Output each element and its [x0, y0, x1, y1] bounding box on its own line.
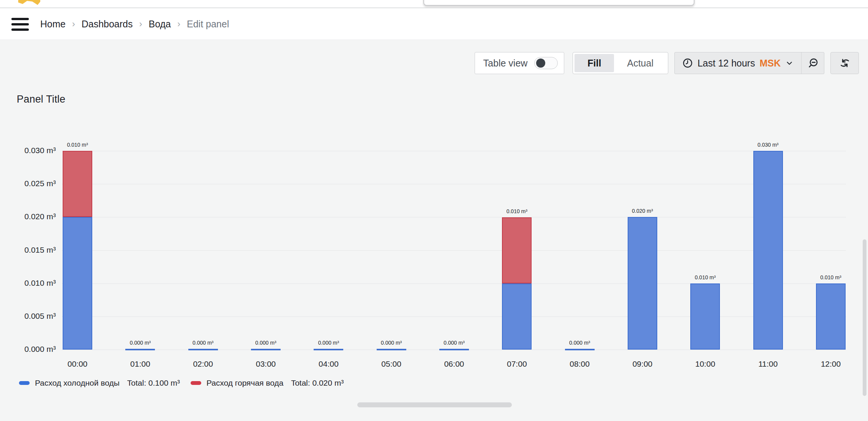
- bar-value-label: 0.000 m³: [318, 340, 339, 346]
- x-axis-tick-label: 12:00: [821, 359, 841, 369]
- clock-icon: [682, 58, 693, 68]
- table-view-control: Table view: [475, 52, 565, 74]
- chart-legend: Расход холодной воды Total: 0.100 m³ Рас…: [19, 378, 344, 388]
- legend-swatch-hot-water[interactable]: [191, 381, 201, 385]
- y-axis-tick-label: 0.010 m³: [6, 279, 56, 288]
- chevron-right-icon: ›: [139, 19, 142, 29]
- bar-value-label: 0.000 m³: [193, 340, 213, 346]
- y-axis-tick-label: 0.030 m³: [6, 146, 56, 155]
- table-view-toggle[interactable]: [534, 57, 558, 69]
- bar-value-label: 0.000 m³: [443, 340, 464, 346]
- gridline: [62, 184, 846, 184]
- bar-hot-water[interactable]: [502, 217, 532, 283]
- y-axis-tick-label: 0.000 m³: [6, 345, 56, 354]
- bar-cold-water-zero[interactable]: [251, 349, 281, 350]
- x-axis-tick-label: 04:00: [319, 359, 339, 369]
- bar-value-label: 0.020 m³: [632, 208, 653, 214]
- bar-value-label: 0.010 m³: [820, 274, 841, 280]
- bar-cold-water[interactable]: [753, 151, 783, 350]
- panel-title: Panel Title: [17, 93, 65, 105]
- x-axis-tick-label: 08:00: [570, 359, 590, 369]
- x-axis-tick-label: 01:00: [130, 359, 150, 369]
- time-range-label: Last 12 hours: [698, 58, 755, 69]
- bar-value-label: 0.000 m³: [569, 340, 590, 346]
- bar-cold-water-zero[interactable]: [125, 349, 155, 350]
- breadcrumb-dashboard-voda[interactable]: Вода: [149, 19, 171, 30]
- bar-cold-water-zero[interactable]: [188, 349, 218, 350]
- fill-actual-segmented: Fill Actual: [573, 52, 668, 74]
- bar-cold-water-zero[interactable]: [314, 349, 343, 350]
- bar-cold-water-zero[interactable]: [565, 349, 595, 350]
- bar-value-label: 0.010 m³: [67, 142, 88, 148]
- gridline: [62, 250, 846, 251]
- chevron-right-icon: ›: [72, 19, 75, 29]
- x-axis-tick-label: 03:00: [256, 359, 276, 369]
- menu-toggle-button[interactable]: [11, 18, 29, 31]
- chevron-right-icon: ›: [177, 19, 180, 29]
- bar-cold-water-zero[interactable]: [439, 349, 469, 350]
- x-axis-tick-label: 09:00: [633, 359, 653, 369]
- gridline: [62, 151, 846, 151]
- breadcrumb-home[interactable]: Home: [40, 19, 66, 30]
- hamburger-icon: [11, 18, 29, 20]
- bar-value-label: 0.000 m³: [255, 340, 276, 346]
- bar-value-label: 0.010 m³: [695, 274, 716, 280]
- search-bar[interactable]: [423, 0, 694, 6]
- horizontal-scrollbar[interactable]: [357, 402, 512, 407]
- y-axis-tick-label: 0.005 m³: [6, 312, 56, 321]
- vertical-scrollbar[interactable]: [863, 239, 866, 396]
- legend-swatch-cold-water[interactable]: [19, 381, 30, 385]
- legend-label-cold-water[interactable]: Расход холодной воды: [35, 378, 120, 388]
- x-axis-tick-label: 11:00: [758, 359, 778, 369]
- table-view-label: Table view: [483, 58, 528, 69]
- breadcrumb-edit-panel: Edit panel: [187, 19, 229, 30]
- x-axis-tick-label: 05:00: [381, 359, 401, 369]
- bar-cold-water[interactable]: [628, 217, 657, 350]
- x-axis-tick-label: 10:00: [695, 359, 715, 369]
- gridline: [62, 317, 846, 317]
- y-axis-tick-label: 0.015 m³: [6, 245, 56, 255]
- zoom-out-icon: [807, 57, 819, 69]
- breadcrumb: Home › Dashboards › Вода › Edit panel: [40, 19, 229, 30]
- gridline: [62, 217, 846, 217]
- gridline: [62, 283, 846, 284]
- fill-option[interactable]: Fill: [574, 54, 614, 72]
- bar-cold-water-zero[interactable]: [377, 349, 406, 350]
- bar-hot-water[interactable]: [63, 151, 92, 217]
- y-axis-tick-label: 0.020 m³: [6, 212, 56, 221]
- x-axis-tick-label: 00:00: [68, 359, 88, 369]
- chevron-down-icon: [785, 59, 794, 67]
- bar-value-label: 0.030 m³: [758, 142, 778, 148]
- bar-cold-water[interactable]: [816, 283, 846, 350]
- actual-option[interactable]: Actual: [614, 54, 666, 72]
- bar-value-label: 0.000 m³: [381, 340, 402, 346]
- legend-total-cold-water: Total: 0.100 m³: [127, 378, 180, 388]
- breadcrumb-bar: Home › Dashboards › Вода › Edit panel: [0, 9, 868, 40]
- grafana-logo-icon[interactable]: [18, 0, 40, 5]
- legend-label-hot-water[interactable]: Расход горячая вода: [207, 378, 284, 388]
- x-axis-tick-label: 07:00: [507, 359, 527, 369]
- bar-cold-water[interactable]: [63, 217, 92, 350]
- bar-value-label: 0.010 m³: [507, 208, 527, 214]
- bar-cold-water[interactable]: [502, 283, 532, 350]
- breadcrumb-dashboards[interactable]: Dashboards: [82, 19, 133, 30]
- time-range-picker[interactable]: Last 12 hours MSK: [675, 52, 801, 74]
- bar-chart: 0.030 m³0.025 m³0.020 m³0.015 m³0.010 m³…: [62, 151, 846, 350]
- y-axis-tick-label: 0.025 m³: [6, 179, 56, 188]
- x-axis-tick-label: 02:00: [193, 359, 213, 369]
- bar-value-label: 0.000 m³: [130, 340, 151, 346]
- top-strip: [0, 0, 868, 8]
- x-axis-tick-label: 06:00: [444, 359, 464, 369]
- refresh-icon: [839, 57, 851, 69]
- time-controls: Last 12 hours MSK: [674, 52, 824, 74]
- bar-cold-water[interactable]: [690, 283, 720, 350]
- panel-toolbar: Table view Fill Actual Last 12 hours MSK: [475, 52, 859, 74]
- zoom-out-button[interactable]: [801, 52, 824, 74]
- legend-total-hot-water: Total: 0.020 m³: [291, 378, 344, 388]
- refresh-button[interactable]: [830, 52, 859, 74]
- timezone-label: MSK: [759, 58, 781, 69]
